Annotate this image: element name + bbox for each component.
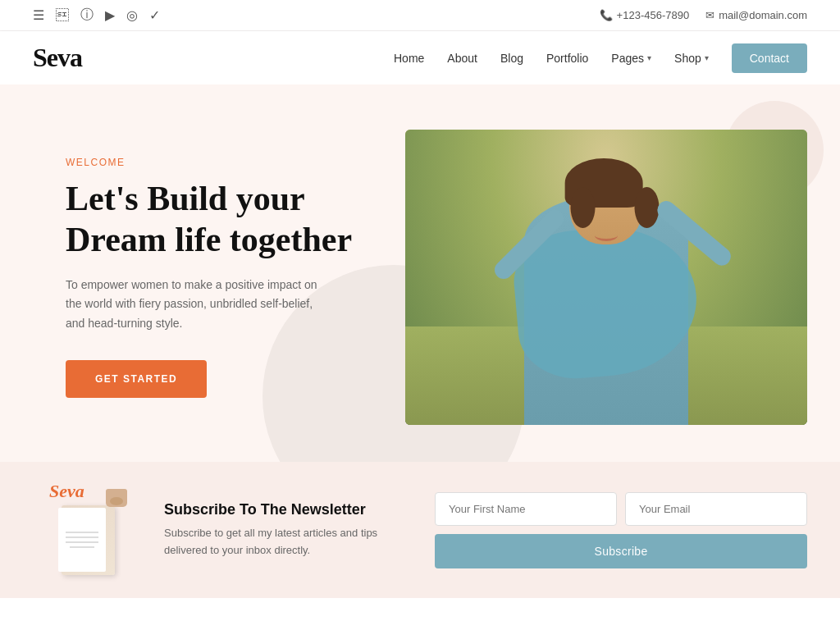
phone-icon: 📞 [600,9,613,21]
site-logo[interactable]: Seva [33,43,82,73]
newsletter-title: Subscribe To The Newsletter [164,501,410,518]
book-illustration: Seva [49,485,131,575]
get-started-button[interactable]: GET STARTED [66,360,207,398]
email-input[interactable] [625,492,807,526]
nav-about[interactable]: About [447,52,477,65]
hero-description: To empower women to make a positive impa… [66,276,328,334]
first-name-input[interactable] [435,492,617,526]
facebook-icon[interactable]:  [56,8,69,23]
phone-number: +123-456-7890 [617,9,690,21]
email-icon: ✉ [705,9,714,21]
newsletter-logo-area: Seva [33,485,148,575]
hero-title: Let's Build your Dream life together [66,178,394,261]
newsletter-description: Subscribe to get all my latest articles … [164,525,410,559]
subscribe-button[interactable]: Subscribe [435,534,807,568]
newsletter-form: Subscribe [410,492,807,568]
shop-dropdown-arrow: ▾ [705,53,709,62]
pages-dropdown-arrow: ▾ [647,53,651,62]
nav-shop-dropdown[interactable]: Shop ▾ [674,52,709,65]
hero-image-wrapper [394,130,807,425]
contact-button[interactable]: Contact [732,43,807,73]
social-icons: ☰  ⓘ ▶ ◎ ✓ [33,7,160,24]
newsletter-section: Seva Subscribe To The Newsletter Subscri… [0,462,840,598]
phone-info: 📞 +123-456-7890 [600,9,690,21]
nav-blog[interactable]: Blog [500,52,523,65]
hero-welcome-label: Welcome [66,157,394,168]
pinterest-icon[interactable]: ◎ [126,7,138,23]
menu-icon[interactable]: ☰ [33,7,44,23]
nav-pages-dropdown[interactable]: Pages ▾ [611,52,651,65]
instagram-icon[interactable]: ⓘ [80,7,94,24]
youtube-icon[interactable]: ▶ [105,7,115,23]
hero-image [405,130,807,425]
nav-home[interactable]: Home [394,52,424,65]
nav-links: Home About Blog Portfolio Pages ▾ Shop ▾… [394,43,807,73]
book-lines [58,508,106,572]
newsletter-brand-logo: Seva [49,481,84,502]
twitter-icon[interactable]: ✓ [149,7,160,23]
hero-section: Welcome Let's Build your Dream life toge… [0,84,840,462]
hero-content: Welcome Let's Build your Dream life toge… [66,157,394,398]
email-address: mail@domain.com [719,9,807,21]
coffee-cup [106,489,127,507]
contact-info: 📞 +123-456-7890 ✉ mail@domain.com [600,9,807,21]
form-inputs-row [435,492,807,526]
email-info: ✉ mail@domain.com [705,9,807,21]
newsletter-text-area: Subscribe To The Newsletter Subscribe to… [148,501,410,559]
navbar: Seva Home About Blog Portfolio Pages ▾ S… [0,31,840,84]
nav-portfolio[interactable]: Portfolio [546,52,588,65]
top-bar: ☰  ⓘ ▶ ◎ ✓ 📞 +123-456-7890 ✉ mail@domai… [0,0,840,31]
